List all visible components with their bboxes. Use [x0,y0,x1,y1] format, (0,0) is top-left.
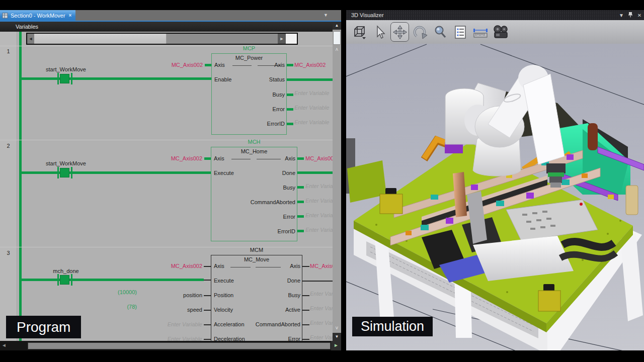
operand-placeholder[interactable]: Enter Variable [132,336,202,341]
pin-icon[interactable] [626,12,635,19]
operand-input[interactable]: MC_Axis002 [148,62,203,68]
pin-connector [302,266,309,267]
page-down-icon[interactable]: ˅ [333,325,341,331]
rung-number: 1 [0,48,17,54]
pin-name: Error [216,106,285,112]
tab-list-caret-icon[interactable]: ▼ [324,13,328,18]
close-icon[interactable]: ✕ [635,13,644,18]
rung-margin [0,32,17,341]
scroll-left-icon[interactable]: ◄ [2,342,7,348]
pin-name: Busy [217,292,300,298]
pan-button[interactable] [390,22,409,42]
fb-type-label: MC_Home [211,148,297,154]
pin-name: Busy [216,92,285,98]
orbit-button[interactable] [411,22,429,42]
zoom-magnifier-icon [433,25,447,40]
movie-record-icon [492,25,510,40]
scrollbar-thumb[interactable] [333,31,341,45]
pin-name: Error [216,214,295,220]
vertical-scrollbar[interactable]: ▲ ˄ ˅ ▼ [333,22,341,341]
pin-name: CommandAborted [216,199,295,205]
fb-instance-label: MCH [211,139,297,145]
panel-menu-caret-icon[interactable]: ▼ [617,13,626,18]
operand-input[interactable]: speed [148,307,202,313]
program-caption: Program [6,316,81,338]
pin-stub [297,186,304,189]
zoom-button[interactable] [431,22,449,42]
operand-input[interactable]: MC_Axis002 [148,155,202,161]
output-wire [287,78,333,81]
variables-bar-label: Variables [16,24,38,30]
operand-placeholder[interactable]: Enter Variable [132,321,202,327]
pin-name: Axis [217,263,300,269]
visualizer-title: 3D Visualizer [351,12,384,18]
rung-number: 2 [0,143,17,149]
contact-symbol [57,274,59,286]
pin-stub [297,157,304,160]
page-up-icon[interactable]: ˄ [333,47,341,52]
tab-title: Section0 - WorkMover [11,13,65,19]
monitor-value: (78) [97,304,137,310]
operand-input[interactable]: MC_Axis002 [148,263,202,269]
pin-connector [204,324,211,325]
ladder-canvas[interactable]: 1 2 3 start_WorkMove MCP MC_Power MC_Axi… [0,32,341,341]
scroll-left-icon[interactable]: ◄ [27,34,34,44]
pin-name: Axis [216,155,295,161]
contact-symbol [71,73,72,84]
monitor-value: (10000) [97,289,137,295]
pin-name: Done [216,170,295,176]
pin-name: ErrorID [216,228,295,234]
pin-connector [204,310,211,311]
contact-mch-done[interactable] [60,275,69,285]
display-list-icon [453,25,467,40]
scrollbar-corner [286,34,297,44]
scroll-down-icon[interactable]: ▼ [333,333,341,341]
scrollbar-thumb[interactable] [34,34,167,44]
rung-divider [0,46,341,46]
visualizer-panel: 3D Visualizer ▼ ✕ [346,10,644,350]
record-movie-button[interactable] [491,22,510,42]
pin-name: Axis [216,62,285,68]
view-cube-button[interactable] [350,22,369,42]
scrollbar-track[interactable] [167,34,278,44]
pin-name: Done [217,278,300,284]
pin-name: Active [217,307,300,313]
contact-symbol [57,73,59,84]
variables-bar[interactable]: Variables [0,22,333,32]
pin-stub [287,64,293,66]
scroll-up-icon[interactable]: ▲ [333,22,341,30]
tab-section0-workmover[interactable]: Section0 - WorkMover × [0,10,75,21]
pin-stub [287,108,293,111]
simulation-3d-viewport[interactable] [346,44,644,350]
measure-button[interactable] [471,22,490,42]
rung-wire [22,279,204,281]
scrollbar-track[interactable] [28,342,331,349]
pin-name: ErrorID [216,121,285,127]
contact-symbol [57,167,59,178]
output-wire-off [302,281,333,282]
pin-connector [204,339,211,340]
operand-input[interactable]: position [148,292,202,298]
bottom-scrollbar[interactable]: ◄ ► [0,341,341,350]
rung-wire [22,171,211,174]
contact-symbol [71,167,72,178]
pin-stub [287,123,293,125]
simulation-3d-scene [346,44,644,350]
contact-label: start_WorkMove [31,66,101,72]
tab-close-icon[interactable]: × [69,13,72,18]
ladder-editor-panel: Section0 - WorkMover × ▼ Variables 1 2 3… [0,10,341,350]
contact-start-workmove[interactable] [60,74,69,83]
pin-connector [302,295,309,296]
select-button[interactable] [370,22,389,42]
horizontal-scrollbar[interactable]: ◄ ► [26,33,298,45]
visualizer-title-bar[interactable]: 3D Visualizer ▼ ✕ [346,10,644,20]
scroll-right-icon[interactable]: ► [278,34,286,44]
document-tab-bar: Section0 - WorkMover × ▼ [0,10,341,21]
pin-connector [302,324,309,325]
contact-start-workmove[interactable] [60,168,69,177]
display-list-button[interactable] [451,22,469,42]
output-wire [297,171,333,174]
scroll-corner-icon[interactable]: ► [331,341,341,350]
pin-name: Busy [216,185,295,191]
pan-icon [392,25,408,40]
